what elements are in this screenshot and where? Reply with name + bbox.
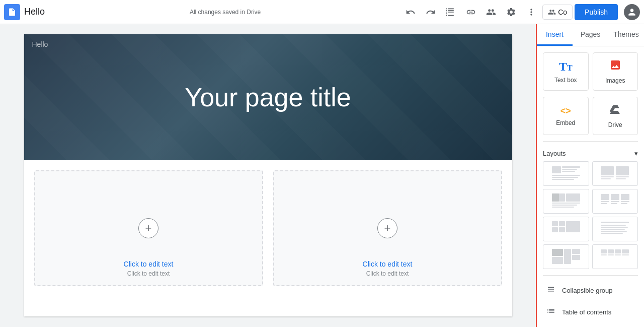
topbar-actions: Co Publish (401, 3, 640, 21)
collapsible-group-item[interactable]: Collapsible group (543, 280, 638, 301)
more-button[interactable] (522, 3, 540, 21)
layout-thumb-2[interactable] (592, 161, 638, 186)
insert-images[interactable]: Images (593, 52, 638, 91)
svg-rect-3 (562, 171, 575, 172)
svg-rect-31 (559, 227, 565, 232)
svg-rect-30 (552, 227, 558, 232)
svg-rect-23 (601, 203, 607, 204)
svg-rect-42 (572, 249, 580, 254)
layout-thumb-1[interactable] (543, 161, 589, 186)
svg-rect-22 (601, 201, 609, 202)
layout-thumb-6[interactable] (592, 217, 638, 241)
svg-rect-26 (621, 201, 629, 202)
svg-rect-45 (608, 249, 614, 253)
image-carousel-item[interactable]: Image carousel (543, 323, 638, 327)
svg-rect-28 (552, 221, 558, 226)
add-content-right[interactable]: + (377, 218, 397, 238)
insert-drive[interactable]: Drive (593, 97, 638, 135)
svg-rect-20 (611, 194, 619, 200)
svg-rect-36 (601, 229, 625, 230)
svg-rect-51 (622, 254, 629, 255)
svg-rect-50 (615, 254, 621, 255)
drive-label: Drive (608, 121, 622, 128)
col-card-left[interactable]: + Click to edit text Click to edit text (34, 170, 263, 286)
co-button[interactable]: Co (542, 5, 573, 20)
svg-rect-46 (615, 249, 621, 253)
svg-rect-43 (572, 255, 580, 260)
table-of-contents-label: Table of contents (562, 308, 611, 316)
insert-text-box[interactable]: TT Text box (543, 52, 589, 91)
col-left-edit[interactable]: Click to edit text (124, 260, 174, 268)
tab-themes[interactable]: Themes (608, 24, 644, 46)
settings-button[interactable] (502, 3, 520, 21)
svg-rect-49 (608, 254, 614, 255)
redo-button[interactable] (422, 3, 440, 21)
right-panel: Insert Pages Themes TT Text box Images (536, 24, 644, 327)
link-button[interactable] (462, 3, 480, 21)
svg-rect-5 (552, 177, 578, 178)
layout-thumb-4[interactable] (592, 189, 638, 214)
avatar[interactable] (624, 4, 640, 20)
svg-rect-19 (601, 194, 609, 200)
svg-rect-12 (616, 178, 626, 179)
layout-thumb-3[interactable] (543, 189, 589, 214)
insert-embed[interactable]: <> Embed (543, 97, 589, 135)
svg-rect-39 (552, 249, 563, 256)
svg-rect-38 (601, 233, 623, 234)
col-right-edit[interactable]: Click to edit text (363, 260, 413, 268)
svg-rect-40 (552, 257, 563, 264)
table-of-contents-item[interactable]: Table of contents (543, 301, 638, 323)
undo-button[interactable] (401, 3, 420, 21)
co-label: Co (558, 8, 567, 16)
svg-rect-48 (601, 254, 607, 255)
svg-rect-29 (559, 221, 565, 226)
svg-rect-11 (616, 176, 629, 177)
hero-section[interactable]: Hello Your page title (24, 34, 512, 160)
svg-rect-7 (601, 166, 614, 175)
svg-rect-34 (601, 225, 626, 226)
layouts-label: Layouts (543, 150, 566, 157)
svg-rect-2 (562, 169, 577, 170)
collaborators-button[interactable] (482, 3, 500, 21)
col-right-sub[interactable]: Click to edit text (366, 270, 409, 277)
svg-rect-37 (601, 231, 627, 232)
layouts-header[interactable]: Layouts ▾ (543, 146, 638, 161)
layout-thumb-5[interactable] (543, 217, 589, 241)
preview-button[interactable] (442, 3, 460, 21)
hero-label: Hello (32, 40, 48, 48)
layout-thumb-8[interactable] (592, 244, 638, 269)
svg-rect-6 (552, 179, 574, 180)
layout-thumb-7[interactable] (543, 244, 589, 269)
col-left-sub[interactable]: Click to edit text (127, 270, 170, 277)
images-label: Images (605, 77, 625, 84)
svg-rect-35 (601, 227, 628, 228)
publish-button[interactable]: Publish (575, 4, 618, 20)
add-content-left[interactable]: + (138, 218, 158, 238)
canvas-area: Hello Your page title + Click to edit te… (0, 24, 536, 327)
main-layout: Hello Your page title + Click to edit te… (0, 24, 644, 327)
tab-pages[interactable]: Pages (573, 24, 608, 46)
svg-rect-25 (611, 203, 617, 204)
svg-rect-8 (616, 166, 629, 175)
svg-rect-0 (552, 166, 561, 173)
svg-rect-24 (611, 201, 619, 202)
document-title[interactable]: Hello (24, 7, 45, 17)
collapsible-group-icon (545, 285, 557, 296)
svg-rect-4 (552, 175, 580, 176)
svg-rect-16 (552, 203, 580, 204)
insert-grid-top: TT Text box Images (543, 52, 638, 91)
embed-icon: <> (560, 106, 571, 116)
svg-rect-15 (552, 193, 559, 202)
text-box-icon: TT (559, 60, 573, 74)
svg-rect-9 (601, 176, 614, 177)
app-logo (4, 4, 20, 20)
insert-grid-bottom: <> Embed Drive (543, 97, 638, 135)
svg-rect-27 (621, 203, 627, 204)
col-card-right[interactable]: + Click to edit text Click to edit text (273, 170, 502, 286)
embed-label: Embed (556, 119, 575, 126)
svg-rect-10 (601, 178, 611, 179)
insert-panel: TT Text box Images <> Embed (537, 46, 644, 327)
hero-title[interactable]: Your page title (185, 82, 351, 112)
page-container: Hello Your page title + Click to edit te… (24, 34, 512, 316)
tab-insert[interactable]: Insert (537, 24, 573, 46)
